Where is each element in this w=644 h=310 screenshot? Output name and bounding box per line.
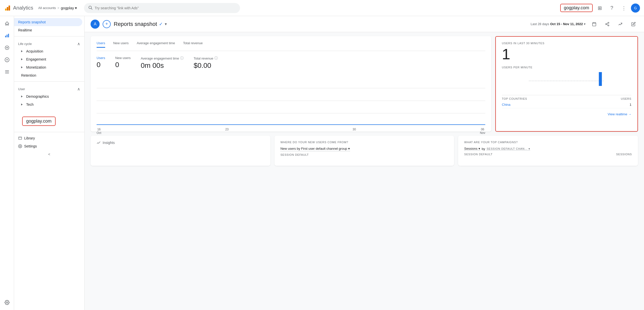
bottom-card-new-users: WHERE DO YOUR NEW USERS COME FROM? New u… [274,136,454,166]
user-chevron-icon: ∧ [77,87,80,91]
apps-icon-button[interactable]: ⊞ [595,3,605,13]
content-body: Users New users Average engagement time … [85,32,644,170]
nav-reports-icon[interactable] [2,30,13,41]
country-count: 1 [630,103,631,107]
settings-icon [18,144,22,148]
metric-values: Users 0 New users 0 Average engagement t… [97,56,485,70]
svg-rect-5 [5,36,6,37]
search-input[interactable] [95,6,236,10]
session-default-label: SESSION DEFAULT [280,153,448,156]
page-header: A + Reports snapshot ✓ ▾ Last 28 days Oc… [85,16,644,32]
info-icon-engagement: ⓘ [180,56,184,61]
top-nav-right: gogplay.com ⊞ ? ⋮ G [560,3,640,13]
chart-label-nov06: 06 Nov [480,128,485,135]
view-realtime-link[interactable]: View realtime → [502,112,631,116]
svg-point-17 [608,22,609,23]
metric-label-total-revenue: Total revenue ⓘ [194,56,218,61]
users-per-minute-chart [502,71,631,91]
triangle-icon [21,58,23,60]
tab-total-revenue[interactable]: Total revenue [183,41,203,48]
svg-rect-10 [5,70,9,71]
chart-svg [97,76,485,126]
sidebar-section-user[interactable]: User ∧ [14,84,84,92]
lifecycle-chevron-icon: ∧ [77,41,80,46]
verified-icon: ✓ [159,21,163,27]
breadcrumb-separator: > [57,6,59,10]
realtime-title: USERS IN LAST 30 MINUTES [502,42,631,45]
sessions-dropdown[interactable]: Sessions ▾ [464,147,480,151]
tab-avg-engagement[interactable]: Average engagement time [137,41,175,48]
sidebar-item-monetization[interactable]: Monetization [14,63,84,71]
breadcrumb: All accounts > gogplay ▾ [38,6,77,10]
metric-label-new-users: New users [115,56,131,60]
site-badge-header: gogplay.com [560,4,593,12]
page-avatar: A [91,20,100,29]
metric-item-avg-engagement: Average engagement time ⓘ 0m 00s [141,56,183,70]
svg-rect-7 [8,34,9,37]
sidebar-item-realtime[interactable]: Realtime [14,26,82,34]
svg-rect-0 [5,9,7,11]
nav-home-icon[interactable] [2,18,13,29]
metric-value-avg-engagement: 0m 00s [141,62,183,70]
sidebar-settings[interactable]: Settings [14,142,84,150]
search-bar[interactable] [84,3,240,13]
svg-rect-1 [7,7,8,11]
svg-rect-2 [9,6,10,11]
edit-icon-button[interactable] [629,20,638,29]
add-report-button[interactable]: + [103,20,111,28]
page-header-right: Last 28 days Oct 15 - Nov 11, 2022 ▾ [531,20,638,29]
sidebar-collapse-button[interactable]: < [14,150,84,158]
sidebar-library[interactable]: Library [14,134,84,142]
sidebar-item-acquisition[interactable]: Acquisition [14,47,84,55]
metric-tabs: Users New users Average engagement time … [97,41,485,51]
sidebar-item-retention[interactable]: Retention [14,71,84,79]
campaigns-labels: SESSION DEFAULT SESSIONS [464,153,632,156]
help-icon-button[interactable]: ? [607,3,617,13]
metric-label-users: Users [97,56,105,60]
chevron-icon: ▾ [478,147,480,150]
nav-configure-icon[interactable] [2,66,13,77]
nav-explore-icon[interactable] [2,42,13,53]
chevron-down-icon: ▾ [75,6,77,10]
share-icon-button[interactable] [603,20,612,29]
account-name[interactable]: gogplay ▾ [61,6,77,10]
svg-rect-25 [599,72,602,86]
sidebar-divider-3 [14,132,84,132]
new-users-title: WHERE DO YOUR NEW USERS COME FROM? [280,141,448,144]
insights-label: Insights [97,141,264,145]
metric-value-total-revenue: $0.00 [194,62,218,70]
more-icon-button[interactable]: ⋮ [619,3,629,13]
search-icon [88,5,93,11]
sidebar-section-lifecycle[interactable]: Life cycle ∧ [14,38,84,47]
date-range-picker[interactable]: Last 28 days Oct 15 - Nov 11, 2022 ▾ [531,22,586,26]
bottom-row: Insights WHERE DO YOUR NEW USERS COME FR… [91,136,638,166]
sidebar-item-tech[interactable]: Tech [14,100,84,109]
sidebar-item-demographics[interactable]: Demographics [14,92,84,100]
trending-icon-button[interactable] [616,20,625,29]
nav-settings-icon[interactable] [2,297,13,308]
metric-value-new-users: 0 [115,61,131,69]
campaigns-title: WHAT ARE YOUR TOP CAMPAIGNS? [464,141,632,144]
site-badge-sidebar: gogplay.com [22,117,56,126]
nav-advertising-icon[interactable] [2,54,13,65]
svg-point-13 [6,302,8,303]
tab-users[interactable]: Users [97,41,105,48]
countries-header: TOP COUNTRIES USERS [502,95,631,100]
page-title: Reports snapshot ✓ ▾ [114,21,167,27]
triangle-icon [21,104,23,106]
trending-icon [97,141,101,145]
info-icon-revenue: ⓘ [214,56,218,61]
triangle-icon [21,50,23,52]
sidebar-item-reports-snapshot[interactable]: Reports snapshot [14,18,82,26]
tab-new-users[interactable]: New users [113,41,129,48]
calendar-icon-button[interactable] [590,20,599,29]
sidebar-item-engagement[interactable]: Engagement [14,55,84,63]
new-users-dropdown[interactable]: New users by First user default channel … [280,147,350,151]
metric-item-users: Users 0 [97,56,105,70]
main-layout: Reports snapshot Realtime Life cycle ∧ A… [0,16,644,310]
svg-rect-11 [5,72,9,72]
title-dropdown-icon[interactable]: ▾ [165,22,167,26]
svg-rect-6 [7,35,7,37]
triangle-icon [21,95,23,97]
user-avatar[interactable]: G [631,4,640,13]
